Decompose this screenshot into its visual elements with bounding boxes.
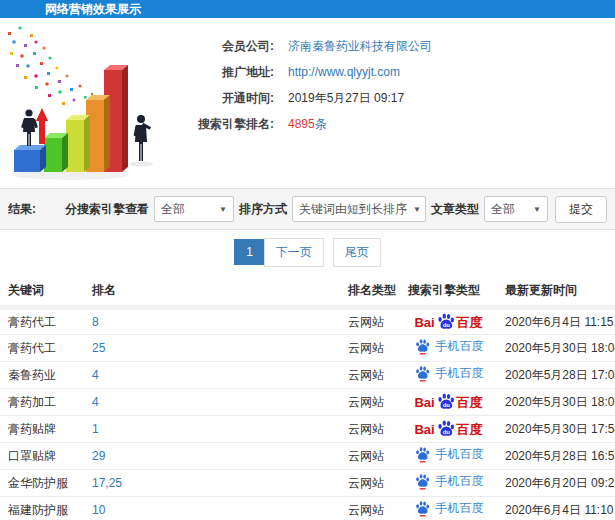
baidu-logo-cn-text: 百度 xyxy=(457,423,483,436)
article-type-select-value: 全部 xyxy=(491,201,515,218)
summary-section: 会员公司: 济南秦鲁药业科技有限公司 推广地址: http://www.qlyy… xyxy=(0,18,615,188)
bar-green xyxy=(44,133,68,172)
rank-count-label: 搜索引擎排名: xyxy=(170,116,288,133)
engine-type-cell: Bai du 百度 xyxy=(400,308,497,335)
pagination: 1 下一页 尾页 xyxy=(0,230,615,274)
info-row-company: 会员公司: 济南秦鲁药业科技有限公司 xyxy=(170,33,615,59)
info-row-rank-count: 搜索引擎排名: 4895条 xyxy=(170,111,615,137)
info-row-open-time: 开通时间: 2019年5月27日 09:17 xyxy=(170,85,615,111)
last-page-button[interactable]: 尾页 xyxy=(333,238,381,267)
rank-type-cell: 云网站 xyxy=(340,416,400,443)
rank-count-unit: 条 xyxy=(315,116,327,133)
updated-time-cell: 2020年5月30日 17:58 xyxy=(497,416,615,443)
rank-link[interactable]: 4 xyxy=(92,395,99,409)
keyword-cell: 膏药贴牌 xyxy=(0,416,84,443)
baidu-paw-icon: du xyxy=(436,312,456,331)
chevron-down-icon: ▼ xyxy=(413,205,421,214)
engine-type-cell: 手机百度 xyxy=(400,470,497,497)
keyword-cell: 膏药代工 xyxy=(0,335,84,362)
mobile-baidu-paw-icon xyxy=(414,338,431,355)
table-row: 金华防护服 17,25 云网站 手机百度 2020年6月20日 09:25 xyxy=(0,470,615,497)
baidu-logo-bai-text: Bai xyxy=(414,423,434,436)
rank-type-cell: 云网站 xyxy=(340,389,400,416)
mobile-baidu-logo: 手机百度 xyxy=(414,365,484,382)
baidu-paw-icon: du xyxy=(436,392,456,411)
baidu-logo-cn-text: 百度 xyxy=(457,316,483,329)
svg-text:du: du xyxy=(442,321,450,327)
keyword-cell: 膏药代工 xyxy=(0,308,84,335)
page-1-button[interactable]: 1 xyxy=(234,239,265,265)
rank-type-cell: 云网站 xyxy=(340,497,400,520)
open-time-label: 开通时间: xyxy=(170,90,288,107)
rank-count-value: 4895 xyxy=(288,117,315,131)
rank-link[interactable]: 1 xyxy=(92,422,99,436)
rank-type-cell: 云网站 xyxy=(340,362,400,389)
promo-url-link[interactable]: http://www.qlyyjt.com xyxy=(288,65,400,79)
baidu-logo-bai-text: Bai xyxy=(414,396,434,409)
mobile-baidu-logo: 手机百度 xyxy=(414,500,484,517)
mobile-baidu-paw-icon xyxy=(414,473,431,490)
updated-time-cell: 2020年5月28日 17:02 xyxy=(497,362,615,389)
businessman-left-icon xyxy=(21,109,38,146)
engine-type-cell: Bai du 百度 xyxy=(400,389,497,416)
engine-select[interactable]: 全部 ▼ xyxy=(154,196,234,222)
table-row: 膏药代工 25 云网站 手机百度 2020年5月30日 18:06 xyxy=(0,335,615,362)
updated-time-cell: 2020年5月30日 18:03 xyxy=(497,389,615,416)
rank-link[interactable]: 29 xyxy=(92,449,105,463)
keyword-cell: 口罩贴牌 xyxy=(0,443,84,470)
bar-chart-clipart-icon xyxy=(0,18,170,188)
confetti-decoration xyxy=(8,26,93,105)
header-rank: 排名 xyxy=(84,274,340,308)
baidu-logo: Bai du 百度 xyxy=(414,313,482,332)
engine-select-value: 全部 xyxy=(161,201,185,218)
chevron-down-icon: ▼ xyxy=(219,205,227,214)
updated-time-cell: 2020年5月28日 16:55 xyxy=(497,443,615,470)
result-label: 结果: xyxy=(8,201,36,218)
baidu-logo: Bai du 百度 xyxy=(414,393,482,412)
engine-type-cell: 手机百度 xyxy=(400,362,497,389)
company-link[interactable]: 济南秦鲁药业科技有限公司 xyxy=(288,38,432,55)
rank-link[interactable]: 8 xyxy=(92,315,99,329)
engine-type-cell: 手机百度 xyxy=(400,335,497,362)
mobile-baidu-label: 手机百度 xyxy=(436,473,484,490)
submit-button[interactable]: 提交 xyxy=(555,196,607,223)
baidu-logo: Bai du 百度 xyxy=(414,420,482,439)
open-time-value: 2019年5月27日 09:17 xyxy=(288,90,404,107)
svg-text:du: du xyxy=(442,401,450,407)
mobile-baidu-paw-icon xyxy=(414,365,431,382)
rank-link[interactable]: 17,25 xyxy=(92,476,122,490)
bar-blue xyxy=(14,145,46,172)
sort-select[interactable]: 关键词由短到长排序 ▼ xyxy=(292,196,426,222)
updated-time-cell: 2020年6月4日 11:10 xyxy=(497,497,615,520)
info-row-url: 推广地址: http://www.qlyyjt.com xyxy=(170,59,615,85)
marketing-results-page: 网络营销效果展示 xyxy=(0,0,615,520)
updated-time-cell: 2020年6月20日 09:25 xyxy=(497,470,615,497)
rank-link[interactable]: 25 xyxy=(92,341,105,355)
rank-link[interactable]: 10 xyxy=(92,503,105,517)
article-type-select[interactable]: 全部 ▼ xyxy=(484,196,548,222)
table-row: 秦鲁药业 4 云网站 手机百度 2020年5月28日 17:02 xyxy=(0,362,615,389)
mobile-baidu-label: 手机百度 xyxy=(436,365,484,382)
mobile-baidu-label: 手机百度 xyxy=(436,338,484,355)
page-title: 网络营销效果展示 xyxy=(45,2,141,16)
rank-type-cell: 云网站 xyxy=(340,470,400,497)
article-type-label: 文章类型 xyxy=(431,201,479,218)
rank-link[interactable]: 4 xyxy=(92,368,99,382)
mobile-baidu-logo: 手机百度 xyxy=(414,446,484,463)
promo-url-label: 推广地址: xyxy=(170,64,288,81)
baidu-logo-cn-text: 百度 xyxy=(457,396,483,409)
sort-filter-label: 排序方式 xyxy=(239,201,287,218)
updated-time-cell: 2020年5月30日 18:06 xyxy=(497,335,615,362)
growth-chart-illustration xyxy=(0,18,170,188)
chevron-down-icon: ▼ xyxy=(533,205,541,214)
baidu-paw-icon: du xyxy=(436,419,456,438)
keyword-cell: 福建防护服 xyxy=(0,497,84,520)
rank-type-cell: 云网站 xyxy=(340,443,400,470)
keyword-cell: 秦鲁药业 xyxy=(0,362,84,389)
next-page-button[interactable]: 下一页 xyxy=(264,238,324,267)
rank-type-cell: 云网站 xyxy=(340,308,400,335)
table-row: 口罩贴牌 29 云网站 手机百度 2020年5月28日 16:55 xyxy=(0,443,615,470)
table-row: 福建防护服 10 云网站 手机百度 2020年6月4日 11:10 xyxy=(0,497,615,520)
engine-type-cell: 手机百度 xyxy=(400,497,497,520)
header-keyword: 关键词 xyxy=(0,274,84,308)
